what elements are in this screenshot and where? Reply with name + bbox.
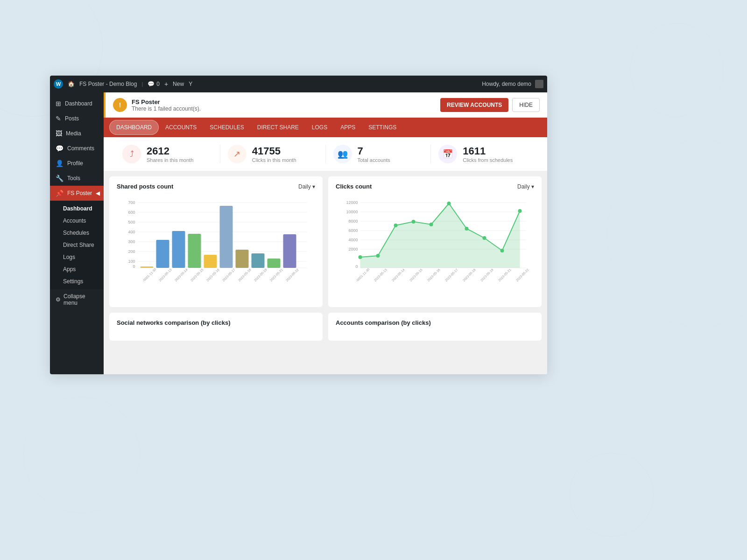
collapse-menu-button[interactable]: ⚙ Collapse menu: [50, 289, 104, 310]
howdy-text: Howdy, demo demo: [482, 81, 531, 87]
svg-text:2023-05-13: 2023-05-13: [374, 268, 388, 282]
svg-rect-17: [156, 240, 169, 268]
submenu-dashboard[interactable]: Dashboard: [50, 203, 104, 215]
svg-text:2023-05-15: 2023-05-15: [190, 268, 204, 282]
svg-text:600: 600: [128, 210, 135, 215]
svg-text:200: 200: [128, 249, 135, 254]
hide-button[interactable]: HIDE: [512, 98, 540, 112]
tab-accounts[interactable]: ACCOUNTS: [159, 120, 203, 134]
svg-rect-23: [252, 253, 265, 268]
sidebar-item-media[interactable]: 🖼 Media: [50, 126, 104, 141]
schedule-clicks-number: 1611: [463, 145, 513, 157]
sidebar-item-profile[interactable]: 👤 Profile: [50, 156, 104, 171]
stat-shares: ⤴ 2612 Shares in this month: [115, 145, 220, 163]
submenu-accounts[interactable]: Accounts: [50, 215, 104, 227]
svg-point-53: [412, 220, 416, 224]
shared-posts-chart: Shared posts count Daily ▾ 700 600 500 4…: [109, 176, 323, 307]
sidebar-item-tools[interactable]: 🔧 Tools: [50, 171, 104, 186]
comments-nav-icon: 💬: [56, 145, 63, 152]
svg-point-51: [376, 254, 380, 258]
click-icon: ↗: [228, 145, 247, 163]
svg-point-50: [359, 255, 362, 259]
social-comparison-title: Social networks comparison (by clicks): [117, 319, 315, 326]
submenu-settings[interactable]: Settings: [50, 275, 104, 287]
clicks-chart-period[interactable]: Daily ▾: [517, 183, 534, 190]
accounts-label: Total accounts: [358, 157, 390, 163]
svg-text:700: 700: [128, 200, 135, 205]
sidebar-label-fsposter: FS Poster: [67, 190, 92, 196]
svg-rect-20: [204, 255, 217, 268]
dashboard-icon: ⊞: [56, 100, 61, 107]
svg-text:2023-05-14: 2023-05-14: [174, 268, 188, 282]
charts-row: Shared posts count Daily ▾ 700 600 500 4…: [104, 171, 547, 313]
svg-point-59: [518, 209, 522, 213]
svg-point-52: [394, 224, 398, 227]
accounts-icon: 👥: [333, 145, 352, 163]
plus-icon: +: [164, 80, 168, 88]
submenu-logs[interactable]: Logs: [50, 251, 104, 263]
yoast-icon[interactable]: Y: [189, 81, 192, 87]
tab-dashboard[interactable]: DASHBOARD: [109, 120, 159, 135]
svg-text:2023-05-16: 2023-05-16: [427, 268, 441, 282]
sidebar-item-posts[interactable]: ✎ Posts: [50, 111, 104, 126]
svg-point-55: [447, 202, 451, 205]
sidebar-item-fsposter[interactable]: 📌 FS Poster ◀: [50, 186, 104, 201]
review-accounts-button[interactable]: REVIEW ACCOUNTS: [440, 98, 508, 112]
sidebar: ⊞ Dashboard ✎ Posts 🖼 Media 💬 Comments 👤…: [50, 92, 104, 374]
admin-avatar[interactable]: [535, 80, 543, 88]
site-name[interactable]: FS Poster - Demo Blog: [79, 81, 137, 87]
svg-text:0: 0: [355, 264, 358, 269]
fsposter-icon: 📌: [56, 189, 63, 197]
svg-point-58: [500, 249, 504, 252]
sidebar-label-media: Media: [66, 130, 81, 137]
sidebar-item-dashboard[interactable]: ⊞ Dashboard: [50, 96, 104, 111]
svg-text:-0001-11-30: -0001-11-30: [355, 267, 370, 282]
svg-text:2023-05-16: 2023-05-16: [206, 268, 220, 282]
tab-schedules[interactable]: SCHEDULES: [203, 120, 250, 134]
svg-text:2023-05-18: 2023-05-18: [462, 268, 476, 282]
tab-logs[interactable]: LOGS: [305, 120, 334, 134]
alert-message: There is 1 failed account(s).: [132, 105, 201, 112]
tab-settings[interactable]: SETTINGS: [362, 120, 403, 134]
submenu-schedules[interactable]: Schedules: [50, 227, 104, 239]
new-link[interactable]: New: [173, 81, 184, 87]
wordpress-icon[interactable]: W: [54, 79, 63, 89]
stat-clicks: ↗ 41755 Clicks in this month: [220, 145, 326, 163]
svg-text:4000: 4000: [348, 238, 358, 242]
svg-text:12000: 12000: [346, 200, 358, 205]
clicks-chart: Clicks count Daily ▾ 12000 10000 8000 60…: [328, 176, 542, 307]
svg-text:2023-05-19: 2023-05-19: [480, 268, 494, 282]
home-icon[interactable]: 🏠: [68, 81, 75, 87]
comparison-row: Social networks comparison (by clicks) A…: [104, 313, 547, 346]
sidebar-item-comments[interactable]: 💬 Comments: [50, 141, 104, 156]
svg-rect-19: [188, 234, 201, 268]
collapse-label: Collapse menu: [63, 293, 98, 306]
submenu-directshare[interactable]: Direct Share: [50, 239, 104, 251]
sidebar-label-dashboard: Dashboard: [65, 100, 92, 107]
svg-rect-25: [283, 234, 296, 268]
fsposter-submenu: Dashboard Accounts Schedules Direct Shar…: [50, 201, 104, 289]
bar-chart-svg: 700 600 500 400 300 200 100 0: [117, 196, 315, 282]
comment-count: 0: [156, 81, 160, 87]
svg-point-57: [483, 236, 486, 240]
alert-icon: !: [113, 98, 127, 112]
tools-icon: 🔧: [56, 175, 63, 182]
sidebar-label-profile: Profile: [67, 160, 83, 167]
admin-bar: W 🏠 FS Poster - Demo Blog | 💬 0 + New Y …: [50, 76, 547, 92]
comments-link[interactable]: 💬 0: [148, 81, 160, 87]
submenu-apps[interactable]: Apps: [50, 263, 104, 275]
accounts-number: 7: [358, 145, 390, 157]
svg-text:100: 100: [128, 259, 135, 264]
svg-point-54: [430, 223, 433, 226]
tab-apps[interactable]: APPS: [334, 120, 362, 134]
arrow-icon: ◀: [96, 190, 100, 196]
svg-text:300: 300: [128, 239, 135, 244]
shared-chart-period[interactable]: Daily ▾: [298, 183, 315, 190]
alert-banner: ! FS Poster There is 1 failed account(s)…: [104, 92, 547, 118]
sidebar-label-posts: Posts: [65, 115, 79, 122]
tab-directshare[interactable]: DIRECT SHARE: [251, 120, 305, 134]
svg-text:2023-05-18: 2023-05-18: [238, 268, 252, 282]
svg-rect-24: [268, 259, 281, 268]
svg-text:2023-05-15: 2023-05-15: [409, 268, 423, 282]
svg-rect-22: [236, 250, 249, 268]
